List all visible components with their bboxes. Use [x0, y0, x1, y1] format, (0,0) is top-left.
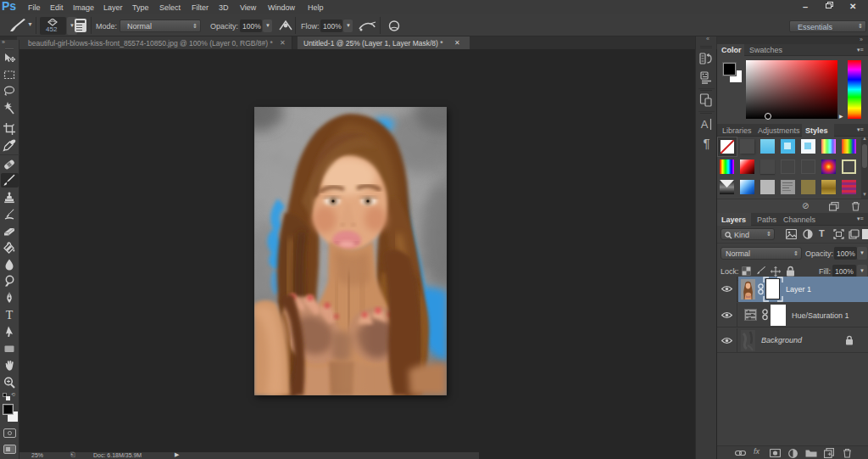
svg-text:A: A	[701, 118, 709, 131]
svg-text:T: T	[6, 309, 14, 322]
svg-text:¶: ¶	[703, 136, 709, 150]
